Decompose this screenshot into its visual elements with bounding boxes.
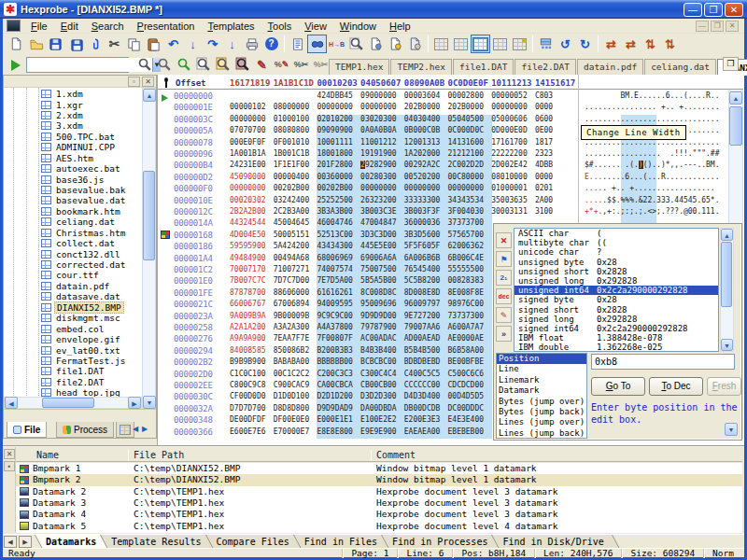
hex-bytes[interactable]: 09000000 [360, 91, 397, 100]
hex-bytes[interactable]: 7F00807F [317, 334, 353, 343]
inspector-value-list[interactable]: ASCII char(multibyte char((unicode char?… [514, 228, 719, 352]
scroll-down-icon[interactable]: ▼ [143, 396, 156, 409]
hex-bytes[interactable]: 0600 [535, 115, 553, 123]
hex-bytes[interactable]: 08010000 [491, 173, 528, 181]
hex-bytes[interactable]: 59595900 [230, 242, 266, 250]
inspector-row[interactable]: unsigned int640x2c2a290000292828 [514, 286, 718, 295]
hex-bytes[interactable]: 62006362 [448, 242, 485, 250]
hex-bytes[interactable]: 4DBB [535, 161, 553, 169]
hex-bytes[interactable]: 69006A6A [360, 254, 397, 262]
hex-bytes[interactable]: 26323200 [360, 196, 397, 204]
hex-bytes[interactable]: 00494A68 [274, 254, 310, 262]
hex-bytes[interactable]: 5B5A5B00 [360, 276, 397, 285]
tree-item-diskmgmt.msc[interactable]: diskmgmt.msc [41, 313, 122, 323]
hex-bytes[interactable]: 22222200 [491, 149, 528, 158]
hex-bytes[interactable]: 2C002D2D [448, 161, 485, 169]
scroll-right-icon[interactable]: ▶ [128, 397, 141, 409]
hex-bytes[interactable]: 00000400 [274, 173, 310, 181]
hex-bytes[interactable]: 0E00 [535, 126, 553, 134]
hex-bytes[interactable]: 02010200 [317, 115, 353, 123]
doc-tab-temp2-hex[interactable]: TEMP2.hex [390, 59, 451, 75]
tree-item-base36.js[interactable]: base36.js [41, 174, 106, 184]
hex-bytes[interactable]: E9E9E900 [360, 427, 397, 436]
hex-bytes[interactable]: 50005151 [274, 231, 310, 239]
hex-bytes[interactable]: 21212100 [448, 149, 485, 158]
hex-bytes[interactable]: 30003131 [491, 207, 528, 216]
hex-bytes[interactable]: AC00ADAC [360, 334, 397, 343]
hex-bytes[interactable]: 1A001B1A [230, 149, 266, 158]
scroll-up-icon[interactable]: ▲ [729, 91, 742, 105]
table-row[interactable]: Datamark 2C:\temp\TEMP1.hexHexprobe docu… [16, 486, 742, 497]
hex-bytes[interactable]: 05000606 [491, 115, 528, 123]
redo-icon[interactable]: ↷ [203, 35, 222, 53]
hex-bytes[interactable]: 52513C00 [317, 231, 353, 239]
hex-bytes[interactable]: 79787900 [360, 323, 397, 331]
hex-bytes[interactable]: 2D002E42 [491, 161, 528, 169]
hex-bytes[interactable]: 11001212 [360, 138, 397, 147]
to-dec-icon[interactable]: dec [496, 288, 512, 304]
hex-bytes[interactable]: 61616261 [317, 288, 353, 297]
inspector-row[interactable]: unsigned byte0x28 [514, 258, 718, 267]
inspector-row[interactable]: signed long0x292828 [514, 315, 718, 324]
panel-pin-icon[interactable]: ▪ [4, 461, 15, 471]
hex-bytes[interactable]: 03020300 [360, 115, 397, 123]
table-row[interactable]: Datamark 4C:\temp\TEMP1.hexHexprobe docu… [16, 509, 742, 520]
hex-bytes[interactable]: E600E7E6 [230, 427, 266, 436]
hex-bytes[interactable]: BDBDBEBD [404, 357, 441, 366]
hex-bytes[interactable]: B200B3B3 [317, 346, 353, 355]
hex-row[interactable]: 000000961A001B1A1B001C1B1800180019191900… [158, 149, 578, 161]
hex-row[interactable]: 000000B424231E001F1E1F00201F280029282900… [158, 161, 578, 172]
tabs-scroll-right-icon[interactable]: ▶ [19, 536, 32, 548]
goto-option[interactable]: Bytes (jump over) [497, 397, 586, 407]
tree-item-conct132.dll[interactable]: conct132.dll [41, 248, 122, 259]
more-icon[interactable]: » [496, 326, 512, 342]
tree-item-christmas.htm[interactable]: Christmas.htm [41, 228, 127, 238]
results-tab-find-in-files[interactable]: Find in Files [297, 535, 390, 549]
hex-bytes[interactable]: AE0000AE [448, 334, 485, 343]
hex-bytes[interactable]: 18001800 [317, 149, 353, 158]
hex-bytes[interactable]: CCCCCC00 [404, 381, 441, 389]
hex-bytes[interactable]: 98976C00 [448, 300, 485, 308]
hex-bytes[interactable]: A9A9A900 [230, 334, 266, 343]
view-3-icon[interactable] [471, 35, 490, 53]
hex-bytes[interactable]: 94009595 [317, 300, 353, 308]
hex-bytes[interactable]: 1B001C1B [274, 149, 310, 158]
doc-tab-file1-dat[interactable]: file1.DAT [453, 59, 514, 75]
menu-window[interactable]: Window [333, 20, 383, 33]
hex-bytes[interactable]: D2D1D200 [317, 392, 353, 400]
hex-row[interactable]: 0000003C00000000010001000201020003020300… [158, 115, 578, 126]
hex-bytes[interactable]: 00202B00 [317, 184, 353, 192]
doc-tab-file2-dat[interactable]: file2.DAT [514, 59, 575, 75]
hex-bytes[interactable]: 04030400 [404, 115, 441, 123]
goto-position-input[interactable] [591, 354, 735, 370]
hex-bytes[interactable]: 87878700 [230, 288, 266, 297]
tabs-scroll-left-icon[interactable]: ◀ [4, 536, 17, 548]
hex-bytes[interactable]: C300C4C4 [360, 370, 397, 378]
tree-item-basevalue.dat[interactable]: basevalue.dat [41, 195, 127, 205]
replace-next-icon[interactable]: %✂ [291, 55, 311, 74]
hex-bytes[interactable]: 9B00009B [274, 312, 310, 320]
go-to-button[interactable]: Go To [591, 377, 645, 396]
hex-bytes[interactable]: 84008585 [230, 346, 266, 355]
hex-bytes[interactable]: 424DBB45 [317, 91, 353, 100]
inspector-row[interactable]: unsigned short0x2828 [514, 267, 718, 276]
hex-bytes[interactable]: 3D3C3D00 [360, 231, 397, 239]
hex-row[interactable]: 000000D245090000000004000036000000280300… [158, 173, 578, 184]
hex-bytes[interactable]: 74007574 [317, 265, 353, 273]
minimize-button[interactable]: — [684, 3, 702, 17]
hex-bytes[interactable]: 9D9D9D00 [360, 312, 397, 320]
hex-bytes[interactable]: 00000000 [404, 184, 441, 192]
menu-tools[interactable]: Tools [261, 20, 299, 33]
pin-icon[interactable] [85, 35, 105, 53]
hex-bytes[interactable]: 6B006C4E [448, 254, 485, 262]
hex-bytes[interactable]: 24231E00 [230, 161, 266, 169]
line-height-dec-icon[interactable]: ⇅ [660, 35, 680, 53]
replace-icon[interactable]: %✎ [272, 55, 291, 74]
goto-option[interactable]: Lines (jump back) [497, 428, 586, 439]
tree-item-datain.pdf[interactable]: datain.pdf [41, 281, 111, 291]
hex-bytes[interactable]: 33333300 [404, 196, 441, 204]
loop-over-icon[interactable]: ↺ [556, 35, 575, 53]
copy-page-icon[interactable] [405, 35, 425, 53]
hex-bytes[interactable]: 45004645 [274, 218, 310, 227]
hex-bytes[interactable]: CDCDCD00 [448, 381, 485, 389]
